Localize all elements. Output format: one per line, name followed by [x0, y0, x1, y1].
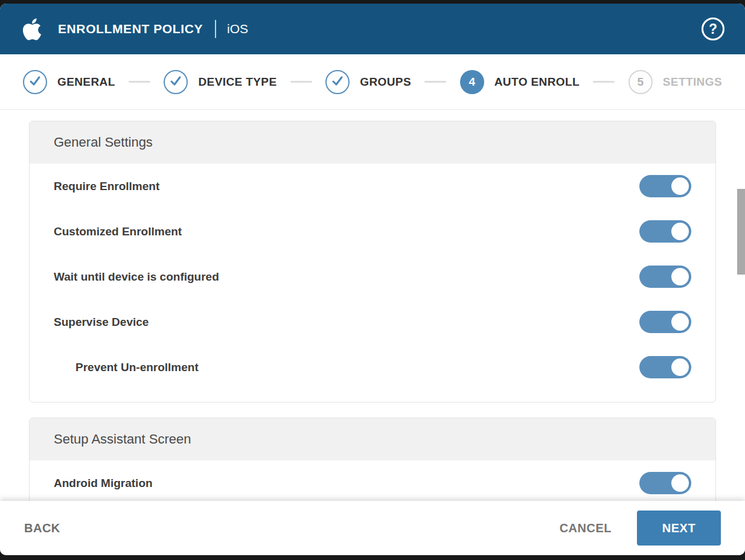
section-title-general-settings: General Settings [30, 121, 715, 164]
android-migration-label: Android Migration [54, 477, 153, 490]
help-icon[interactable]: ? [702, 18, 724, 40]
step-general[interactable]: GENERAL [23, 70, 115, 94]
android-migration-toggle[interactable] [639, 472, 691, 494]
toggle-knob [671, 358, 689, 376]
step-groups-circle [325, 70, 350, 94]
prevent-unenrollment-toggle[interactable] [639, 356, 691, 378]
check-icon [330, 74, 345, 91]
wait-until-configured-toggle[interactable] [639, 266, 691, 288]
step-groups[interactable]: GROUPS [325, 70, 411, 94]
step-connector [424, 81, 446, 83]
prevent-unenrollment-label: Prevent Un-enrollment [54, 361, 199, 374]
step-auto-enroll[interactable]: 4 AUTO ENROLL [460, 70, 580, 94]
row-require-enrollment: Require Enrollment [30, 164, 715, 209]
step-device-type-label: DEVICE TYPE [198, 75, 277, 89]
toggle-knob [671, 313, 689, 331]
check-icon [28, 74, 42, 91]
step-settings-circle: 5 [628, 70, 653, 94]
customized-enrollment-label: Customized Enrollment [54, 225, 182, 238]
row-android-migration: Android Migration [30, 460, 715, 506]
row-supervise-device: Supervise Device [30, 299, 715, 345]
step-general-label: GENERAL [57, 75, 115, 89]
step-connector [129, 81, 150, 83]
step-device-type-circle [164, 70, 188, 94]
page-title: ENROLLMENT POLICY [58, 22, 203, 36]
step-auto-enroll-circle: 4 [460, 70, 484, 94]
next-button[interactable]: NEXT [637, 511, 721, 546]
customized-enrollment-toggle[interactable] [639, 220, 691, 243]
vertical-scrollbar[interactable] [737, 189, 745, 275]
wizard-footer: BACK CANCEL NEXT [0, 501, 745, 555]
cancel-button[interactable]: CANCEL [560, 521, 612, 535]
step-settings-label: SETTINGS [663, 75, 722, 89]
check-icon [168, 74, 183, 91]
wizard-stepper: GENERAL DEVICE TYPE GROUPS 4 AUTO ENROLL [0, 54, 745, 110]
enrollment-policy-dialog: ENROLLMENT POLICY iOS ? GENERAL DEVICE T… [0, 4, 745, 555]
step-settings[interactable]: 5 SETTINGS [628, 70, 722, 94]
supervise-device-toggle[interactable] [639, 311, 691, 333]
step-general-circle [23, 70, 47, 94]
apple-icon [22, 17, 42, 42]
step-auto-enroll-label: AUTO ENROLL [494, 75, 580, 89]
require-enrollment-label: Require Enrollment [54, 180, 159, 193]
toggle-knob [671, 268, 689, 285]
step-connector [593, 81, 615, 83]
toggle-knob [671, 474, 689, 492]
supervise-device-label: Supervise Device [54, 316, 149, 329]
back-button[interactable]: BACK [24, 521, 60, 535]
step-device-type[interactable]: DEVICE TYPE [164, 70, 277, 94]
row-wait-until-configured: Wait until device is configured [30, 254, 715, 299]
wait-until-configured-label: Wait until device is configured [54, 270, 219, 284]
toggle-knob [671, 177, 689, 195]
row-customized-enrollment: Customized Enrollment [30, 209, 715, 254]
toggle-knob [671, 223, 689, 240]
platform-label: iOS [227, 22, 248, 36]
general-settings-card: General Settings Require Enrollment Cust… [29, 121, 716, 402]
require-enrollment-toggle[interactable] [639, 175, 691, 197]
step-connector [290, 81, 312, 83]
section-title-setup-assistant: Setup Assistant Screen [30, 418, 715, 460]
step-groups-label: GROUPS [360, 75, 411, 89]
row-prevent-unenrollment: Prevent Un-enrollment [30, 345, 715, 390]
settings-content: General Settings Require Enrollment Cust… [0, 110, 745, 555]
dialog-header: ENROLLMENT POLICY iOS ? [0, 4, 745, 54]
title-separator [215, 20, 216, 38]
